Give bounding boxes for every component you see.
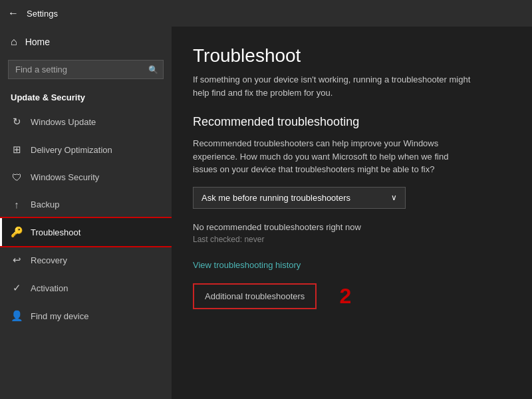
sidebar: ⌂ Home 🔍 Update & Security ↻ Windows Upd… [0,27,172,399]
sidebar-item-label: Backup [31,200,59,209]
back-button[interactable]: ← [8,7,19,19]
recovery-icon: ↩ [11,254,23,266]
recommended-section-title: Recommended troubleshooting [193,115,511,129]
no-troubleshooters-text: No recommended troubleshooters right now [193,222,511,232]
windows-security-icon: 🛡 [11,172,23,183]
main-layout: ⌂ Home 🔍 Update & Security ↻ Windows Upd… [0,27,532,399]
page-title: Troubleshoot [193,45,511,66]
sidebar-home-label: Home [25,37,50,47]
windows-update-icon: ↻ [11,116,23,128]
troubleshoot-dropdown[interactable]: Ask me before running troubleshooters ∨ [193,187,406,209]
titlebar-title: Settings [27,9,58,19]
sidebar-item-troubleshoot[interactable]: 🔑 Troubleshoot 1 [0,218,172,246]
sidebar-item-label: Find my device [31,311,88,321]
sidebar-item-home[interactable]: ⌂ Home [0,27,172,57]
activation-icon: ✓ [11,282,23,294]
dropdown-label: Ask me before running troubleshooters [201,193,350,203]
annotation-2: 2 [340,284,352,309]
sidebar-item-label: Windows Update [31,117,96,127]
delivery-optimization-icon: ⊞ [11,144,23,156]
sidebar-item-label: Recovery [31,255,67,265]
additional-troubleshooters-button[interactable]: Additional troubleshooters [193,283,317,309]
sidebar-item-find-my-device[interactable]: 👤 Find my device [0,302,172,330]
sidebar-item-delivery-optimization[interactable]: ⊞ Delivery Optimization [0,136,172,164]
sidebar-item-label: Delivery Optimization [31,145,112,155]
content-area: Troubleshoot If something on your device… [172,27,532,399]
home-icon: ⌂ [11,36,17,48]
sidebar-item-label: Activation [31,283,68,293]
sidebar-item-recovery[interactable]: ↩ Recovery [0,246,172,274]
page-subtitle: If something on your device isn't workin… [193,73,472,99]
sidebar-item-label: Windows Security [31,172,99,182]
sidebar-item-backup[interactable]: ↑ Backup [0,191,172,218]
sidebar-item-windows-update[interactable]: ↻ Windows Update [0,108,172,136]
troubleshoot-icon: 🔑 [11,226,23,238]
sidebar-item-windows-security[interactable]: 🛡 Windows Security [0,164,172,191]
last-checked-label: Last checked: never [193,235,511,244]
titlebar: ← Settings [0,0,532,27]
additional-troubleshooters-wrapper: Additional troubleshooters 2 [193,283,317,309]
find-device-icon: 👤 [11,310,23,322]
sidebar-item-activation[interactable]: ✓ Activation [0,274,172,302]
sidebar-search-container: 🔍 [8,60,164,79]
backup-icon: ↑ [11,199,23,210]
view-history-link[interactable]: View troubleshooting history [193,260,511,270]
chevron-down-icon: ∨ [391,193,397,202]
sidebar-section-title: Update & Security [0,87,172,108]
search-icon: 🔍 [148,65,158,74]
search-input[interactable] [8,60,164,79]
sidebar-item-label: Troubleshoot [31,227,80,237]
recommended-description: Recommended troubleshooters can help imp… [193,137,472,176]
